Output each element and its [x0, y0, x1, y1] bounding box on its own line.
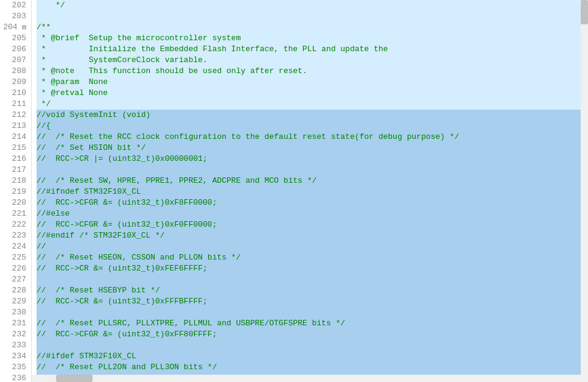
line-number: 204 ⊟ [0, 22, 31, 33]
table-row: //{ [37, 121, 588, 132]
table-row: // /* Reset HSEBYP bit */ [37, 285, 588, 296]
line-number: 230 [0, 307, 31, 318]
table-row: // RCC->CFGR &= (uint32_t)0xF0FF0000; [37, 219, 588, 230]
line-number: 235 [0, 362, 31, 373]
table-row: // /* Reset the RCC clock configuration … [37, 132, 588, 143]
line-number: 210 [0, 88, 31, 99]
line-number: 223 [0, 230, 31, 241]
line-number: 203 [0, 11, 31, 22]
line-number: 227 [0, 274, 31, 285]
vertical-scrollbar-thumb[interactable] [581, 0, 588, 24]
table-row: //void SystemInit (void) [37, 110, 588, 121]
line-number: 213 [0, 121, 31, 132]
table-row: * SystemCoreClock variable. [37, 55, 588, 66]
line-number: 228 [0, 285, 31, 296]
table-row [37, 340, 588, 351]
line-number: 218 [0, 175, 31, 186]
line-number: 216 [0, 154, 31, 164]
line-number: 215 [0, 143, 31, 154]
table-row: //#ifndef STM32F10X_CL [37, 186, 588, 197]
table-row: // /* Set HSION bit */ [37, 143, 588, 154]
table-row: // [37, 241, 588, 252]
table-row: */ [37, 99, 588, 110]
line-number: 222 [0, 219, 31, 230]
line-number: 229 [0, 296, 31, 307]
table-row: // RCC->CR &= (uint32_t)0xFEF6FFFF; [37, 263, 588, 274]
table-row: // RCC->CFGR &= (uint32_t)0xFF80FFFF; [37, 329, 588, 340]
table-row: //#ifdef STM32F10X_CL [37, 351, 588, 362]
line-number: 212 [0, 110, 31, 121]
line-number: 231 [0, 318, 31, 329]
line-number: 207 [0, 55, 31, 66]
table-row: // RCC->CR |= (uint32_t)0x00000001; [37, 154, 588, 164]
line-number: 214 [0, 132, 31, 143]
editor-container: 202203204 ⊟20520620720820921021121221321… [0, 0, 588, 382]
table-row: //#endif /* STM32F10X_CL */ [37, 230, 588, 241]
line-number: 217 [0, 164, 31, 175]
table-row: //#else [37, 208, 588, 219]
table-row: // /* Reset PLLSRC, PLLXTPRE, PLLMUL and… [37, 318, 588, 329]
table-row [37, 11, 588, 22]
line-number: 233 [0, 340, 31, 351]
line-number: 232 [0, 329, 31, 340]
table-row: // /* Reset SW, HPRE, PPRE1, PPRE2, ADCP… [37, 175, 588, 186]
table-row: // /* Reset HSEON, CSSON and PLLON bits … [37, 252, 588, 263]
line-number: 202 [0, 0, 31, 11]
table-row: /** [37, 22, 588, 33]
table-row: * @param None [37, 77, 588, 88]
table-row: */ [37, 0, 588, 11]
table-row: // /* Reset PLL2ON and PLL3ON bits */ [37, 362, 588, 373]
table-row: * @retval None [37, 88, 588, 99]
horizontal-scrollbar-thumb[interactable] [56, 375, 93, 382]
table-row: * @brief Setup the microcontroller syste… [37, 33, 588, 44]
line-number: 224 [0, 241, 31, 252]
table-row: // RCC->CR &= (uint32_t)0xFFFBFFFF; [37, 296, 588, 307]
line-number: 221 [0, 208, 31, 219]
line-number: 236 [0, 373, 31, 382]
line-number: 220 [0, 197, 31, 208]
table-row [37, 307, 588, 318]
line-numbers: 202203204 ⊟20520620720820921021121221321… [0, 0, 32, 382]
table-row: * Initialize the Embedded Flash Interfac… [37, 44, 588, 55]
line-number: 225 [0, 252, 31, 263]
code-area[interactable]: */ /** * @brief Setup the microcontrolle… [32, 0, 588, 382]
line-number: 206 [0, 44, 31, 55]
table-row: // RCC->CFGR &= (uint32_t)0xF8FF0000; [37, 197, 588, 208]
line-number: 219 [0, 186, 31, 197]
horizontal-scrollbar[interactable] [32, 375, 581, 382]
line-number: 205 [0, 33, 31, 44]
line-number: 211 [0, 99, 31, 110]
table-row: * @note This function should be used onl… [37, 66, 588, 77]
table-row [37, 164, 588, 175]
line-number: 226 [0, 263, 31, 274]
table-row [37, 274, 588, 285]
line-number: 234 [0, 351, 31, 362]
line-number: 209 [0, 77, 31, 88]
vertical-scrollbar[interactable] [581, 0, 588, 382]
line-number: 208 [0, 66, 31, 77]
